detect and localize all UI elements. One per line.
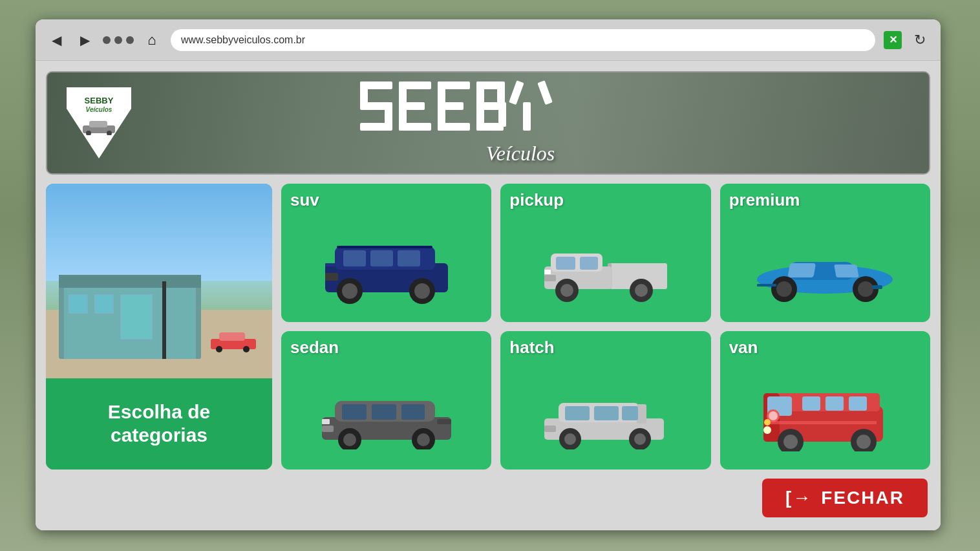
svg-rect-23 <box>509 80 524 105</box>
svg-rect-8 <box>360 123 392 131</box>
svg-rect-79 <box>565 406 590 420</box>
svg-rect-11 <box>399 102 425 110</box>
svg-point-51 <box>635 284 648 297</box>
home-button[interactable]: ⌂ <box>142 30 162 50</box>
fechar-icon: [→ <box>785 488 812 508</box>
svg-rect-32 <box>343 250 366 266</box>
suv-illustration <box>281 211 491 322</box>
suv-label: suv <box>290 190 319 210</box>
header-banner: SEBBY Veículos <box>46 71 930 175</box>
dot-1 <box>103 36 111 44</box>
category-card-sedan[interactable]: sedan <box>281 331 491 470</box>
brand-title <box>359 80 682 139</box>
featured-image <box>46 184 272 378</box>
logo-shield: SEBBY Veículos <box>67 87 131 158</box>
brand-subtitle: Veículos <box>486 142 555 166</box>
svg-point-36 <box>342 283 357 299</box>
fechar-button[interactable]: [→ FECHAR <box>762 479 928 517</box>
svg-point-38 <box>414 283 430 299</box>
svg-rect-24 <box>537 80 553 105</box>
svg-rect-80 <box>594 406 619 420</box>
dot-2 <box>114 36 122 44</box>
svg-rect-63 <box>872 285 882 289</box>
dots-group <box>103 36 134 44</box>
svg-rect-27 <box>219 332 245 341</box>
svg-rect-5 <box>360 81 368 105</box>
svg-rect-62 <box>757 284 776 286</box>
forward-button[interactable]: ▶ <box>74 30 95 50</box>
sedan-illustration <box>281 359 491 470</box>
sedan-label: sedan <box>290 338 339 358</box>
logo-name: SEBBY Veículos <box>80 96 118 136</box>
category-card-van[interactable]: van <box>720 331 930 470</box>
hatch-label: hatch <box>509 338 554 358</box>
bottom-bar: [→ FECHAR <box>46 479 930 520</box>
svg-rect-91 <box>802 396 820 411</box>
svg-rect-15 <box>438 102 463 110</box>
premium-label: premium <box>729 190 800 210</box>
svg-rect-68 <box>401 404 425 420</box>
van-label: van <box>729 338 758 358</box>
svg-rect-7 <box>385 102 392 125</box>
featured-label-text: Escolha decategorias <box>108 400 210 447</box>
category-card-premium[interactable]: premium <box>720 184 930 322</box>
svg-rect-1 <box>89 121 107 127</box>
svg-rect-16 <box>438 123 470 131</box>
category-card-suv[interactable]: suv <box>281 184 491 322</box>
featured-category[interactable]: Escolha decategorias <box>46 184 272 470</box>
svg-rect-22 <box>476 123 504 131</box>
svg-point-99 <box>769 411 778 420</box>
back-button[interactable]: ◀ <box>46 30 67 50</box>
svg-rect-86 <box>544 426 556 432</box>
svg-rect-93 <box>849 396 867 411</box>
svg-point-95 <box>783 435 798 449</box>
featured-label-area: Escolha decategorias <box>46 378 272 470</box>
svg-point-49 <box>560 284 573 297</box>
svg-rect-40 <box>325 263 335 266</box>
category-grid: Escolha decategorias suv <box>46 184 930 470</box>
stop-button[interactable]: ✕ <box>884 31 902 49</box>
address-bar[interactable]: www.sebbyveiculos.com.br <box>170 28 876 52</box>
svg-rect-73 <box>322 426 334 432</box>
svg-rect-25 <box>523 102 531 131</box>
refresh-button[interactable]: ↻ <box>910 30 930 50</box>
svg-point-101 <box>763 426 771 434</box>
premium-illustration <box>720 211 930 322</box>
svg-rect-74 <box>322 419 330 424</box>
svg-rect-41 <box>337 246 432 248</box>
svg-point-97 <box>857 435 871 449</box>
browser-toolbar: ◀ ▶ ⌂ www.sebbyveiculos.com.br ✕ ↻ <box>36 19 941 61</box>
svg-point-70 <box>343 433 356 446</box>
svg-rect-53 <box>544 270 551 274</box>
svg-rect-56 <box>788 263 816 277</box>
svg-rect-52 <box>544 275 556 281</box>
svg-rect-57 <box>834 265 859 277</box>
dealership-illustration <box>46 184 272 378</box>
dot-3 <box>126 36 134 44</box>
svg-rect-78 <box>637 404 646 424</box>
svg-rect-81 <box>622 406 638 420</box>
svg-point-28 <box>216 346 222 352</box>
hatch-illustration <box>500 359 710 470</box>
svg-point-59 <box>776 281 792 297</box>
svg-rect-67 <box>372 404 396 420</box>
category-card-pickup[interactable]: pickup <box>500 184 710 322</box>
svg-point-83 <box>564 433 576 445</box>
category-card-hatch[interactable]: hatch <box>500 331 710 470</box>
svg-rect-12 <box>399 123 431 131</box>
svg-rect-39 <box>325 273 338 281</box>
svg-rect-34 <box>398 250 420 266</box>
svg-point-85 <box>634 433 646 445</box>
svg-point-61 <box>858 281 873 297</box>
svg-rect-92 <box>826 396 844 411</box>
url-text: www.sebbyveiculos.com.br <box>181 34 305 46</box>
browser-window: ◀ ▶ ⌂ www.sebbyveiculos.com.br ✕ ↻ SEBBY… <box>36 19 941 530</box>
svg-point-29 <box>243 346 250 352</box>
van-illustration <box>720 359 930 470</box>
browser-content: SEBBY Veículos <box>36 61 941 530</box>
svg-rect-66 <box>342 404 367 420</box>
pickup-illustration <box>500 211 710 322</box>
header-title-area: Veículos <box>131 80 910 166</box>
pickup-label: pickup <box>509 190 564 210</box>
fechar-label: FECHAR <box>821 488 904 508</box>
